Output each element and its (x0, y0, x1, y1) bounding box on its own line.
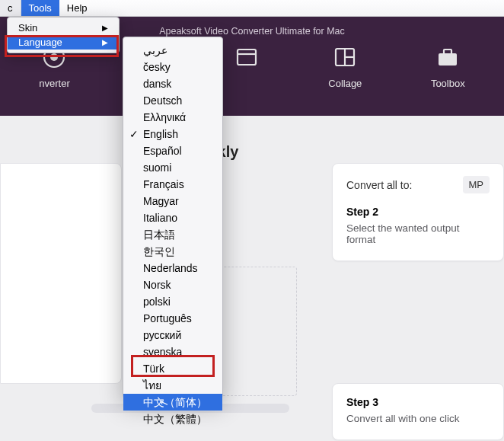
tab-mv[interactable] (234, 44, 260, 89)
language-option[interactable]: suomi (123, 159, 222, 176)
convert-all-label: Convert all to: (346, 179, 412, 191)
collage-icon (332, 44, 358, 70)
language-option[interactable]: Ελληνικά (123, 109, 222, 126)
output-format-button[interactable]: MP (463, 176, 490, 193)
cursor-icon: ↖ (158, 395, 171, 412)
menu-prev-partial[interactable]: c (0, 0, 21, 16)
chevron-right-icon: ▶ (102, 38, 108, 46)
language-option[interactable]: Français (123, 176, 222, 193)
right-cards-column: Convert all to: MP Step 2 Select the wan… (332, 163, 504, 441)
language-option[interactable]: русский (123, 327, 222, 344)
submenu-language-label: Language (18, 37, 62, 48)
tab-label: nverter (39, 78, 69, 89)
submenu-language[interactable]: Language ▶ (8, 35, 119, 50)
language-option[interactable]: Norsk (123, 276, 222, 293)
tab-toolbox[interactable]: Toolbox (431, 44, 465, 89)
language-option[interactable]: Nederlands (123, 260, 222, 276)
submenu-skin-label: Skin (18, 22, 37, 34)
left-panel-card (0, 163, 122, 384)
language-option[interactable]: česky (123, 59, 222, 75)
card-convert-step2: Convert all to: MP Step 2 Select the wan… (332, 163, 504, 261)
tab-collage[interactable]: Collage (328, 44, 362, 89)
language-option[interactable]: dansk (123, 75, 222, 92)
language-option[interactable]: English (123, 126, 222, 142)
step3-title: Step 3 (346, 396, 490, 408)
language-option[interactable]: Italiano (123, 209, 222, 226)
language-option[interactable]: ไทย (123, 377, 222, 394)
toolbox-icon (435, 44, 461, 70)
tab-label: Toolbox (431, 78, 465, 89)
step3-desc: Convert all with one click (346, 413, 490, 424)
language-option[interactable]: عربي (123, 42, 222, 59)
language-option[interactable]: Türk (123, 360, 222, 377)
language-option[interactable]: 한국인 (123, 243, 222, 260)
menu-tools[interactable]: Tools (21, 0, 59, 16)
menu-help[interactable]: Help (59, 0, 95, 16)
language-option[interactable]: 日本語 (123, 226, 222, 243)
language-option[interactable]: svenska (123, 344, 222, 360)
language-submenu: عربيčeskydanskDeutschΕλληνικάEnglishEspa… (123, 37, 223, 398)
content-area: tarted Quickly (0, 116, 504, 161)
language-option[interactable]: 中文（繁體） (123, 411, 222, 427)
language-option[interactable]: Magyar (123, 193, 222, 209)
submenu-skin[interactable]: Skin ▶ (8, 21, 119, 35)
step2-title: Step 2 (346, 206, 490, 218)
tools-submenu: Skin ▶ Language ▶ (7, 17, 120, 53)
language-option[interactable]: polski (123, 293, 222, 310)
svg-rect-9 (439, 53, 457, 66)
language-option[interactable]: 中文（简体）↖ (123, 394, 222, 411)
frame-icon (234, 44, 260, 70)
svg-point-1 (50, 53, 58, 61)
svg-rect-4 (238, 50, 256, 65)
tab-label: Collage (328, 78, 362, 89)
language-option[interactable]: Português (123, 310, 222, 327)
step2-desc: Select the wanted output format (346, 222, 490, 245)
menubar: c Tools Help (0, 0, 504, 17)
language-option[interactable]: Deutsch (123, 92, 222, 109)
svg-rect-10 (444, 50, 451, 54)
card-step3: Step 3 Convert all with one click (332, 383, 504, 440)
language-option[interactable]: Español (123, 142, 222, 159)
chevron-right-icon: ▶ (102, 24, 108, 32)
